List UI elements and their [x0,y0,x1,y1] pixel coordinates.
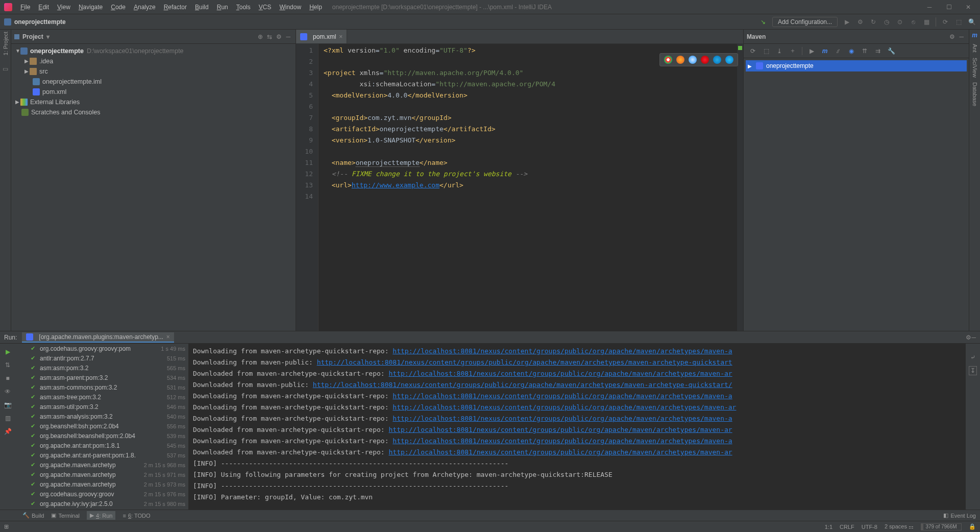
maximize-button[interactable]: ☐ [944,3,953,12]
event-log-button[interactable]: ◧ Event Log [943,512,976,519]
tree-scratches[interactable]: Scratches and Consoles [11,107,296,117]
run-icon[interactable]: ▶ [807,47,816,55]
git-icon[interactable]: ⬚ [954,18,963,26]
task-row[interactable]: ✔asm:asm-commons:pom:3.2531 ms [15,382,188,392]
project-tool-button[interactable]: 1: Project [3,32,9,55]
tree-node-pom[interactable]: pom.xml [11,87,296,97]
ant-tool-button[interactable]: Ant [972,44,978,53]
menu-tools[interactable]: Tools [232,2,255,13]
search-icon[interactable]: 🔍 [968,18,976,26]
task-row[interactable]: ✔org.beanshell:beanshell:pom:2.0b4539 ms [15,431,188,441]
debug-icon[interactable]: ⚙ [856,18,864,26]
opera-icon[interactable] [701,56,709,64]
tree-node-idea[interactable]: ▶ .idea [11,56,296,66]
run-task-list[interactable]: ✔org.codehaus.groovy:groovy:pom1 s 49 ms… [15,344,189,510]
toggle-skip-tests-icon[interactable]: ◉ [847,47,855,55]
safari-icon[interactable] [689,56,697,64]
show-deps-icon[interactable]: ⇉ [874,47,882,55]
ie-icon[interactable] [713,56,721,64]
download-icon[interactable]: ⤓ [775,47,783,55]
run-tab[interactable]: [org.apache.maven.plugins:maven-archetyp… [22,332,174,343]
task-row[interactable]: ✔org.apache.maven.archetyp2 m 15 s 968 m… [15,460,188,470]
coverage-icon[interactable]: ↻ [869,18,877,26]
settings-icon[interactable]: ⚙ [947,32,957,41]
close-button[interactable]: ✕ [964,3,973,12]
task-row[interactable]: ✔asm:asm-tree:pom:3.2512 ms [15,392,188,402]
add-configuration-button[interactable]: Add Configuration... [772,17,838,27]
menu-navigate[interactable]: Navigate [75,2,107,13]
run-icon[interactable]: ▶ [843,18,851,26]
profile-icon[interactable]: ◷ [883,18,891,26]
hide-icon[interactable]: ─ [284,32,292,41]
memory-indicator[interactable]: 379 of 7966M [921,523,962,530]
terminal-tool-button[interactable]: ▣ Terminal [51,512,80,519]
close-tab-icon[interactable]: × [166,333,170,341]
run-console[interactable]: Downloading from maven-archetype-quickst… [189,344,966,510]
task-row[interactable]: ✔asm:asm:pom:3.2565 ms [15,363,188,373]
firefox-icon[interactable] [676,56,684,64]
menu-window[interactable]: Window [275,2,305,13]
locate-icon[interactable]: ⊕ [256,32,265,41]
maven-m-icon[interactable]: m [821,47,829,55]
toggle-offline-icon[interactable]: ⫽ [834,47,842,55]
run-tool-button[interactable]: ▶ 4: Run [87,511,115,520]
collapse-all-icon[interactable]: ⇈ [861,47,869,55]
edge-icon[interactable] [725,56,733,64]
editor-tab-pom[interactable]: pom.xml × [296,30,347,43]
build-icon[interactable]: ↘ [759,18,767,26]
database-tool-button[interactable]: Database [972,82,978,106]
lock-icon[interactable]: 🔒 [969,523,976,530]
tree-node-src[interactable]: ▶ src [11,66,296,77]
task-row[interactable]: ✔org.codehaus.groovy:groov2 m 15 s 976 m… [15,489,188,499]
caret-position[interactable]: 1:1 [825,524,832,530]
soft-wrap-icon[interactable]: ⤶ [970,354,975,361]
code-area[interactable]: <?xml version="1.0" encoding="UTF-8"?><p… [318,44,737,331]
attach-icon[interactable]: ⎋ [909,18,917,26]
menu-view[interactable]: View [53,2,75,13]
settings-icon[interactable]: ⚙ [274,32,284,41]
windows-icon[interactable]: ⊞ [4,523,9,530]
indent-info[interactable]: 2 spaces ⚏ [885,523,914,530]
task-row[interactable]: ✔org.apache.ant:ant-parent:pom:1.8.537 m… [15,450,188,460]
maven-tool-button[interactable]: m [972,32,977,39]
breadcrumb[interactable]: oneprojecttempte [14,18,66,26]
tree-node-iml[interactable]: oneprojecttempte.iml [11,77,296,87]
task-row[interactable]: ✔org.codehaus.groovy:groovy:pom1 s 49 ms [15,344,188,353]
chrome-icon[interactable] [664,56,672,64]
menu-code[interactable]: Code [107,2,130,13]
tree-root[interactable]: ▼ oneprojecttempte D:\workspace01\onepro… [11,46,296,56]
project-tree[interactable]: ▼ oneprojecttempte D:\workspace01\onepro… [11,44,296,331]
sciview-tool-button[interactable]: SciView [972,58,978,78]
camera-icon[interactable]: 📷 [4,401,12,409]
update-icon[interactable]: ⟳ [941,18,949,26]
layout-icon[interactable]: ▥ [4,414,12,422]
menu-edit[interactable]: Edit [34,2,53,13]
filter-icon[interactable]: ⇅ [4,361,12,369]
project-view-selector[interactable]: Project ▾ [14,33,50,40]
rerun-icon[interactable]: ▶ [4,348,12,356]
tree-external-libraries[interactable]: ▶ External Libraries [11,97,296,107]
task-row[interactable]: ✔asm:asm-analysis:pom:3.2540 ms [15,412,188,421]
task-row[interactable]: ✔asm:asm-parent:pom:3.2534 ms [15,373,188,382]
menu-refactor[interactable]: Refactor [160,2,191,13]
hide-icon[interactable]: ─ [971,334,976,341]
editor-body[interactable]: 1234567891011121314 <?xml version="1.0" … [296,44,743,331]
file-encoding[interactable]: UTF-8 [862,524,877,530]
maven-project-node[interactable]: ▶ oneprojecttempte [746,60,967,71]
menu-file[interactable]: File [16,2,34,13]
build-tool-button[interactable]: 🔨 Build [22,512,44,519]
add-icon[interactable]: ＋ [789,47,797,55]
hide-icon[interactable]: ─ [957,32,966,41]
folder-icon[interactable]: ▭ [3,65,8,72]
menu-help[interactable]: Help [305,2,326,13]
wrench-icon[interactable]: 🔧 [887,47,895,55]
reimport-icon[interactable]: ⟳ [749,47,757,55]
menu-run[interactable]: Run [213,2,232,13]
task-row[interactable]: ✔org.apache.ivy:ivy:jar:2.5.02 m 15 s 98… [15,499,188,509]
todo-tool-button[interactable]: ≡ 6: TODO [122,513,150,519]
task-row[interactable]: ✔org.beanshell:bsh:pom:2.0b4556 ms [15,421,188,431]
menu-analyze[interactable]: Analyze [130,2,160,13]
task-row[interactable]: ✔org.apache.ant:ant:pom:1.8.1545 ms [15,441,188,450]
task-row[interactable]: ✔asm:asm-util:pom:3.2546 ms [15,402,188,412]
menu-vcs[interactable]: VCS [255,2,276,13]
